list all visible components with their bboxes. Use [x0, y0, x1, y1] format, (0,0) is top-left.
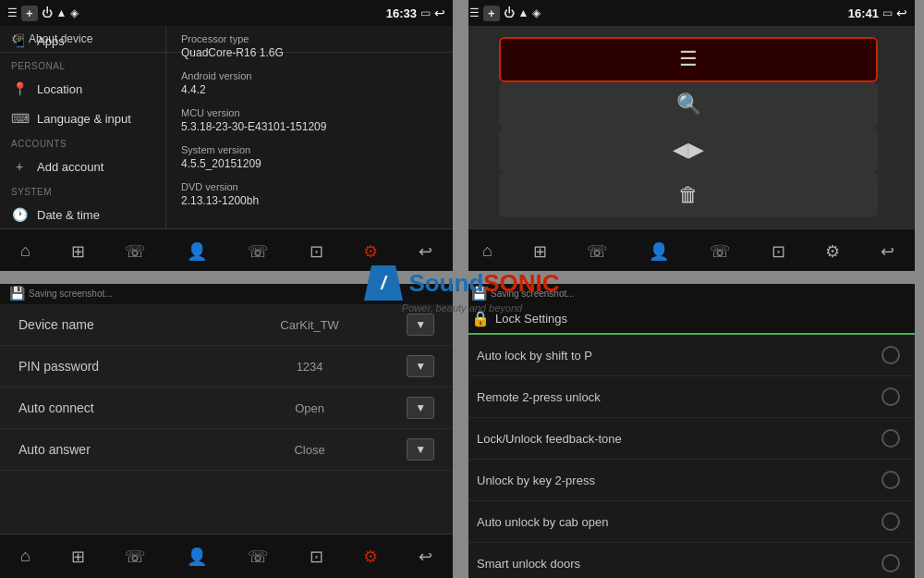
- status-left-tl: ☰ + ⏻ ▲ ◈: [7, 6, 79, 21]
- nav-home-bl[interactable]: ⌂: [13, 539, 38, 573]
- nav-contacts-tl[interactable]: 👤: [179, 234, 214, 269]
- dropdown-arrow-3: ▼: [415, 401, 426, 414]
- lock-item-remote-unlock[interactable]: Remote 2-press unlock: [462, 376, 915, 418]
- settings-item-datetime[interactable]: 🕐 Date & time: [0, 200, 165, 229]
- signal-icon-tr: ◈: [532, 6, 541, 19]
- nav-grid-bl[interactable]: ⊞: [64, 539, 92, 574]
- trash-icon: 🗑: [678, 183, 699, 207]
- logo-svg: /: [364, 265, 403, 301]
- processor-value: QuadCore-R16 1.6G: [181, 46, 438, 59]
- nav-box-bl[interactable]: ⊡: [302, 539, 331, 574]
- section-accounts: ACCOUNTS: [0, 133, 165, 152]
- saving-text-bl: Saving screenshot...: [29, 289, 113, 299]
- bottom-left-quadrant: 💾 Saving screenshot... Device name CarKi…: [0, 282, 453, 578]
- mcu-label: MCU version: [181, 107, 438, 118]
- nav-box-tr[interactable]: ⊡: [764, 234, 793, 269]
- settings-item-add-account[interactable]: + Add account: [0, 152, 165, 181]
- nav-phone-bl[interactable]: ☏: [117, 539, 153, 574]
- auto-answer-dropdown[interactable]: ▼: [407, 438, 434, 461]
- back-tl[interactable]: ↩: [434, 6, 445, 20]
- nav-settings-bl[interactable]: ⚙: [356, 539, 385, 574]
- datetime-label: Date & time: [37, 208, 100, 222]
- content-mcu: MCU version 5.3.18-23-30-E43101-151209: [181, 107, 438, 133]
- lock-remote-unlock-label: Remote 2-press unlock: [477, 390, 601, 404]
- dvd-label: DVD version: [181, 181, 438, 192]
- power-icon: ⏻: [42, 6, 53, 19]
- location-label: Location: [37, 82, 82, 96]
- lock-toggle-feedback[interactable]: [881, 429, 900, 448]
- auto-connect-value: Open: [213, 401, 407, 415]
- battery-tl: ▭: [420, 6, 431, 19]
- nav-phone2-bl[interactable]: ☏: [240, 539, 276, 574]
- add-account-label: Add account: [37, 160, 103, 174]
- add-icon: +: [11, 159, 28, 174]
- list-icon: ☰: [679, 47, 698, 71]
- lock-cab-open-label: Auto unlock by cab open: [477, 515, 608, 529]
- auto-answer-value: Close: [213, 443, 407, 457]
- logo-sound-text: Sound: [408, 269, 483, 298]
- auto-connect-label: Auto connect: [18, 400, 213, 415]
- device-name-value: CarKit_TW: [213, 318, 407, 332]
- lock-toggle-smart[interactable]: [881, 554, 900, 572]
- auto-connect-dropdown[interactable]: ▼: [407, 397, 434, 419]
- lock-toggle-shift-p[interactable]: [881, 346, 900, 364]
- location-icon: 📍: [11, 81, 28, 96]
- back-tr[interactable]: ↩: [896, 6, 907, 20]
- language-label: Language & input: [37, 112, 131, 126]
- signal-icon: ◈: [70, 6, 79, 19]
- logo-tagline: Power, beauty and beyond: [402, 302, 522, 314]
- section-personal: PERSONAL: [0, 55, 165, 74]
- lock-item-key-2press[interactable]: Unlock by key 2-press: [462, 460, 915, 501]
- settings-item-location[interactable]: 📍 Location: [0, 74, 165, 104]
- bt-row-pin: PIN password 1234 ▼: [0, 346, 453, 387]
- settings-item-language[interactable]: ⌨ Language & input: [0, 104, 165, 133]
- lock-key-2press-label: Unlock by key 2-press: [477, 473, 595, 487]
- nav-phone-tl[interactable]: ☏: [117, 234, 153, 269]
- app-menu-area: ☰ 🔍 ◀▶ 🗑: [462, 26, 915, 228]
- settings-item-apps[interactable]: 📱 Apps: [0, 26, 165, 55]
- nav-phone2-tr[interactable]: ☏: [702, 234, 738, 269]
- top-right-quadrant: ☰ + ⏻ ▲ ◈ 16:41 ▭ ↩ ☰ 🔍 ◀▶ 🗑 ⌂ ⊞ ☏ 👤: [462, 0, 915, 273]
- save-icon-bl: 💾: [9, 286, 25, 301]
- lock-item-smart-unlock[interactable]: Smart unlock doors: [462, 543, 915, 578]
- add-btn-tl[interactable]: +: [21, 6, 38, 21]
- lock-item-feedback[interactable]: Lock/Unlock feedback-tone: [462, 418, 915, 460]
- nav-back-tr[interactable]: ↩: [873, 234, 902, 269]
- add-btn-tr[interactable]: +: [483, 6, 500, 21]
- bt-row-auto-connect: Auto connect Open ▼: [0, 387, 453, 429]
- logo-container: / Sound SONIC: [364, 265, 559, 301]
- lock-toggle-key[interactable]: [881, 471, 900, 489]
- mcu-value: 5.3.18-23-30-E43101-151209: [181, 120, 438, 133]
- app-btn-list[interactable]: ☰: [499, 37, 878, 82]
- content-android: Android version 4.4.2: [181, 70, 438, 96]
- lock-toggle-cab[interactable]: [881, 512, 900, 531]
- lock-toggle-remote[interactable]: [881, 387, 900, 406]
- lock-item-shift-p[interactable]: Auto lock by shift to P: [462, 335, 915, 376]
- android-label: Android version: [181, 70, 438, 81]
- app-btn-delete[interactable]: 🗑: [499, 172, 878, 217]
- device-name-label: Device name: [18, 317, 213, 332]
- battery-tr: ▭: [882, 6, 893, 19]
- nav-back-bl[interactable]: ↩: [411, 539, 440, 574]
- nav-settings-tr[interactable]: ⚙: [818, 234, 847, 269]
- menu-icon-tr: ☰: [469, 6, 480, 19]
- app-btn-search[interactable]: 🔍: [499, 82, 878, 128]
- bt-row-auto-answer: Auto answer Close ▼: [0, 429, 453, 471]
- pin-dropdown[interactable]: ▼: [407, 355, 434, 377]
- bottom-right-quadrant: 💾 Saving screenshot... 🔒 Lock Settings A…: [462, 282, 915, 578]
- status-bar-tr: ☰ + ⏻ ▲ ◈ 16:41 ▭ ↩: [462, 0, 915, 26]
- pin-label: PIN password: [18, 359, 213, 374]
- nav-home-tl[interactable]: ⌂: [13, 234, 38, 268]
- keyboard-icon: ⌨: [11, 111, 28, 126]
- status-bar-tl: ☰ + ⏻ ▲ ◈ 16:33 ▭ ↩: [0, 0, 453, 26]
- lock-shift-p-label: Auto lock by shift to P: [477, 349, 592, 363]
- nav-contacts-bl[interactable]: 👤: [179, 539, 214, 574]
- app-btn-media[interactable]: ◀▶: [499, 128, 878, 173]
- status-right-tl: 16:33 ▭ ↩: [386, 6, 445, 20]
- clock-icon: 🕐: [11, 207, 28, 222]
- time-tl: 16:33: [386, 6, 417, 20]
- system-label: System version: [181, 144, 438, 155]
- lock-item-cab-open[interactable]: Auto unlock by cab open: [462, 501, 915, 543]
- android-value: 4.4.2: [181, 83, 438, 96]
- nav-grid-tl[interactable]: ⊞: [64, 234, 92, 269]
